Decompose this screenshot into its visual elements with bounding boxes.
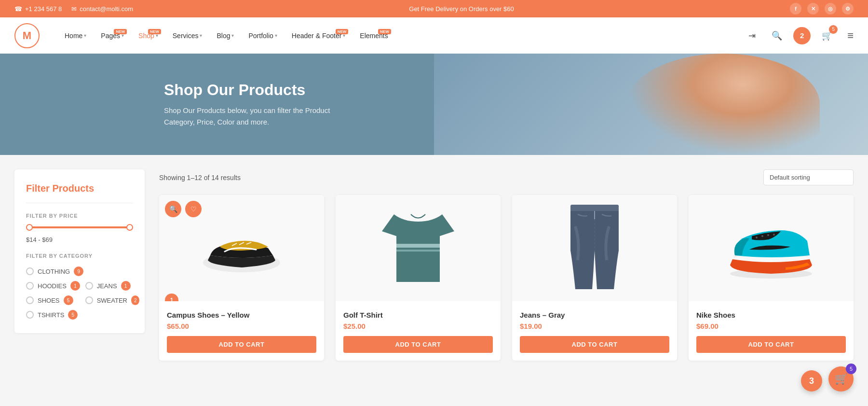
category-filter-label: FILTER BY CATEGORY xyxy=(26,253,133,259)
sidebar-filter: Filter Products FILTER BY PRICE $14 - $6… xyxy=(14,169,145,333)
facebook-icon[interactable]: f xyxy=(790,3,801,14)
elements-badge: NEW xyxy=(378,29,391,34)
hero-image xyxy=(434,54,868,155)
nav-home[interactable]: Home ▾ xyxy=(59,28,92,43)
nav-services-label: Services xyxy=(173,32,199,40)
nike-shoes-image xyxy=(723,217,819,280)
product-price-golf-tshirt: $25.00 xyxy=(343,322,493,330)
clothing-radio[interactable] xyxy=(26,267,34,275)
product-card-campus-shoes: 🔍 ♡ xyxy=(159,195,324,361)
settings-icon[interactable]: ⚙ xyxy=(842,3,854,14)
category-item-sweater[interactable]: SWEATER 2 xyxy=(85,295,140,305)
promo-text: Get Free Delivery on Orders over $60 xyxy=(409,5,514,13)
shoes-radio[interactable] xyxy=(26,296,34,304)
price-range-bar[interactable] xyxy=(26,226,133,228)
clothing-count: 9 xyxy=(74,266,83,276)
nav-headerfooter-label: Header & Footer xyxy=(292,32,342,40)
add-to-cart-jeans-gray[interactable]: ADD TO CART xyxy=(520,336,669,353)
product-name-golf-tshirt: Golf T-Shirt xyxy=(343,311,493,319)
logo[interactable]: M xyxy=(14,23,40,48)
jeans-radio[interactable] xyxy=(85,282,93,290)
svg-point-8 xyxy=(756,237,758,238)
hoodies-radio[interactable] xyxy=(26,282,34,290)
tshirts-label: TSHIRTS xyxy=(38,311,64,319)
product-image-campus-shoes: 🔍 ♡ xyxy=(159,195,324,301)
filter-title-rest: Products xyxy=(50,183,94,194)
phone-icon: ☎ xyxy=(14,5,22,13)
filter-title-highlight: Filter xyxy=(26,183,50,194)
product-info-golf-tshirt: Golf T-Shirt $25.00 ADD TO CART xyxy=(336,301,501,361)
product-card-golf-tshirt: Golf T-Shirt $25.00 ADD TO CART xyxy=(336,195,501,361)
add-to-cart-nike-shoes[interactable]: ADD TO CART xyxy=(696,336,846,353)
product-card-jeans-gray: Jeans – Gray $19.00 ADD TO CART xyxy=(512,195,677,361)
nav-services[interactable]: Services ▾ xyxy=(167,28,208,43)
add-to-cart-golf-tshirt[interactable]: ADD TO CART xyxy=(343,336,493,353)
product-grid: 🔍 ♡ xyxy=(159,195,854,361)
product-price-campus-shoes: $65.00 xyxy=(167,322,316,330)
hero-model-image xyxy=(434,54,868,155)
shoes-count: 5 xyxy=(64,295,73,305)
category-list: CLOTHING 9 HOODIES 1 JEANS 1 xyxy=(26,266,133,320)
chevron-down-icon: ▾ xyxy=(200,33,202,38)
category-item-shoes[interactable]: SHOES 5 xyxy=(26,295,81,305)
product-image-jeans-gray xyxy=(512,195,677,301)
headerfooter-badge: NEW xyxy=(336,29,349,34)
svg-rect-4 xyxy=(570,205,619,212)
user-avatar[interactable]: 2 xyxy=(793,27,811,44)
shoes-label: SHOES xyxy=(38,297,60,304)
filter-divider xyxy=(26,203,133,203)
hoodies-label: HOODIES xyxy=(38,282,67,290)
product-name-nike-shoes: Nike Shoes xyxy=(696,311,846,319)
product-price-nike-shoes: $69.00 xyxy=(696,322,846,330)
jeans-count: 1 xyxy=(121,281,131,291)
search-button[interactable]: 🔍 xyxy=(768,27,786,44)
tshirts-radio[interactable] xyxy=(26,311,34,319)
nav-home-label: Home xyxy=(65,32,82,40)
twitter-icon[interactable]: ✕ xyxy=(807,3,819,14)
floating-user-badge[interactable]: 3 xyxy=(801,370,822,384)
price-range-thumb-right[interactable] xyxy=(126,224,133,231)
category-item-hoodies[interactable]: HOODIES 1 xyxy=(26,281,81,291)
product-wishlist-button[interactable]: ♡ xyxy=(185,201,202,217)
add-to-cart-campus-shoes[interactable]: ADD TO CART xyxy=(167,336,316,353)
hero-title: Shop Our Products xyxy=(164,81,357,99)
filter-title: Filter Products xyxy=(26,183,133,194)
main-content: Filter Products FILTER BY PRICE $14 - $6… xyxy=(0,155,868,375)
phone-info: ☎ +1 234 567 8 xyxy=(14,5,62,13)
nav-portfolio[interactable]: Portfolio ▾ xyxy=(243,28,283,43)
pages-badge: NEW xyxy=(114,29,127,34)
product-name-jeans-gray: Jeans – Gray xyxy=(520,311,669,319)
nav-pages[interactable]: NEW Pages ▾ xyxy=(95,28,130,43)
product-info-nike-shoes: Nike Shoes $69.00 ADD TO CART xyxy=(689,301,854,361)
nav-header-footer[interactable]: NEW Header & Footer ▾ xyxy=(286,28,352,43)
instagram-icon[interactable]: ◎ xyxy=(825,3,836,14)
sweater-label: SWEATER xyxy=(97,297,127,304)
sweater-radio[interactable] xyxy=(85,296,93,304)
chevron-down-icon: ▾ xyxy=(84,33,86,38)
product-image-golf-tshirt xyxy=(336,195,501,301)
chevron-down-icon: ▾ xyxy=(275,33,277,38)
product-info-jeans-gray: Jeans – Gray $19.00 ADD TO CART xyxy=(512,301,677,361)
product-card-nike-shoes: Nike Shoes $69.00 ADD TO CART xyxy=(689,195,854,361)
topbar-left: ☎ +1 234 567 8 ✉ contact@molti.com xyxy=(14,5,133,13)
email-info: ✉ contact@molti.com xyxy=(71,5,133,13)
product-image-nike-shoes xyxy=(689,195,854,301)
phone-number: +1 234 567 8 xyxy=(25,5,62,13)
price-filter-label: FILTER BY PRICE xyxy=(26,213,133,219)
nav-elements[interactable]: NEW Elements xyxy=(354,28,393,43)
sort-select[interactable]: Default sorting Sort by popularity Sort … xyxy=(763,169,854,185)
price-range-thumb-left[interactable] xyxy=(26,224,33,231)
navbar: M Home ▾ NEW Pages ▾ NEW Shop ▾ Services… xyxy=(0,17,868,54)
product-info-campus-shoes: Campus Shoes – Yellow $65.00 ADD TO CART xyxy=(159,301,324,361)
login-button[interactable]: ⇥ xyxy=(743,27,760,44)
svg-point-11 xyxy=(773,234,775,236)
category-item-jeans[interactable]: JEANS 1 xyxy=(85,281,140,291)
hamburger-menu[interactable]: ≡ xyxy=(847,29,854,42)
category-item-tshirts[interactable]: TSHIRTS 5 xyxy=(26,310,139,320)
nav-blog[interactable]: Blog ▾ xyxy=(211,28,240,43)
category-item-clothing[interactable]: CLOTHING 9 xyxy=(26,266,139,276)
nav-shop[interactable]: NEW Shop ▾ xyxy=(133,28,164,43)
cart-button[interactable]: 🛒 5 xyxy=(818,27,836,44)
cart-count-badge: 5 xyxy=(829,25,838,34)
product-search-button[interactable]: 🔍 xyxy=(165,201,181,217)
